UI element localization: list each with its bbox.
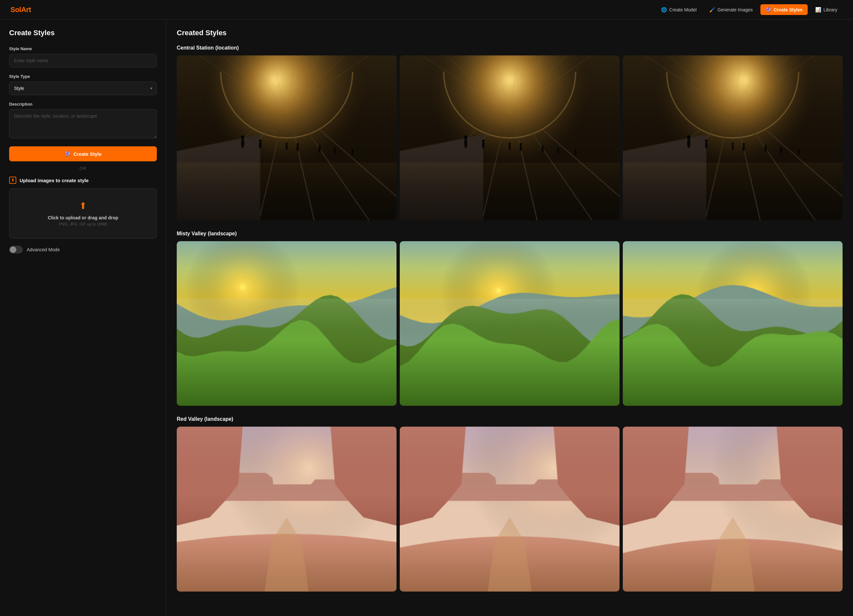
upload-text: Click to upload or drag and drop	[16, 215, 150, 220]
style-name-input[interactable]	[9, 54, 157, 68]
nav-library[interactable]: 📊 Library	[810, 4, 842, 15]
upload-dropzone[interactable]: ⬆ Click to upload or drag and drop PNG, …	[9, 188, 157, 239]
central-station-img-2	[400, 55, 619, 220]
nav-items: 🌐 Create Model 🖌️ Generate Images 🔮 Crea…	[656, 4, 842, 15]
style-name-label: Style Name	[9, 46, 157, 51]
style-type-wrapper: Style Location Landscape Person Object ▾	[9, 82, 157, 95]
app-logo: SolArt	[11, 6, 31, 14]
misty-valley-images	[177, 241, 842, 406]
toggle-thumb	[10, 247, 16, 253]
nav-generate-images[interactable]: 🖌️ Generate Images	[704, 4, 758, 15]
create-model-icon: 🌐	[661, 7, 667, 12]
central-station-title: Central Station (location)	[177, 45, 842, 51]
upload-arrow-icon: ⬆	[16, 200, 150, 211]
right-panel: Created Styles Central Station (location…	[166, 20, 853, 616]
create-style-btn-label: Create Style	[73, 151, 102, 157]
upload-header-icon: ⬆	[9, 177, 16, 184]
description-group: Description	[9, 102, 157, 140]
style-group-central-station: Central Station (location)	[177, 45, 842, 220]
red-valley-images	[177, 427, 842, 592]
create-style-button[interactable]: 🔮 Create Style	[9, 146, 157, 161]
style-group-red-valley: Red Valley (landscape)	[177, 416, 842, 592]
navbar: SolArt 🌐 Create Model 🖌️ Generate Images…	[0, 0, 853, 20]
style-type-select[interactable]: Style Location Landscape Person Object	[9, 82, 157, 95]
misty-valley-title: Misty Valley (landscape)	[177, 231, 842, 237]
left-panel-title: Create Styles	[9, 29, 157, 37]
upload-click-label: Click to upload	[48, 215, 80, 220]
toggle-track[interactable]	[9, 246, 23, 254]
nav-create-model[interactable]: 🌐 Create Model	[656, 4, 702, 15]
create-style-btn-icon: 🔮	[65, 151, 71, 157]
red-valley-title: Red Valley (landscape)	[177, 416, 842, 422]
central-station-images	[177, 55, 842, 220]
create-styles-icon: 🔮	[766, 7, 771, 12]
style-type-group: Style Type Style Location Landscape Pers…	[9, 74, 157, 95]
central-station-img-1	[177, 55, 396, 220]
generate-images-icon: 🖌️	[710, 7, 715, 12]
upload-hint: PNG, JPG, GIF up to 10MB	[16, 222, 150, 227]
main-layout: Create Styles Style Name Style Type Styl…	[0, 20, 853, 616]
right-panel-title: Created Styles	[177, 29, 842, 37]
advanced-mode-label: Advanced Mode	[27, 247, 60, 252]
style-group-misty-valley: Misty Valley (landscape)	[177, 231, 842, 406]
misty-valley-img-1	[177, 241, 396, 406]
description-label: Description	[9, 102, 157, 107]
style-name-group: Style Name	[9, 46, 157, 68]
advanced-mode-toggle[interactable]: Advanced Mode	[9, 246, 157, 254]
red-valley-img-1	[177, 427, 396, 592]
upload-drag-label: or drag and drop	[80, 215, 118, 220]
nav-create-styles[interactable]: 🔮 Create Styles	[760, 4, 807, 15]
left-panel: Create Styles Style Name Style Type Styl…	[0, 20, 166, 616]
misty-valley-img-3	[623, 241, 842, 406]
upload-section-label: Upload images to create style	[20, 178, 89, 183]
description-textarea[interactable]	[9, 109, 157, 139]
red-valley-img-2	[400, 427, 619, 592]
misty-valley-img-2	[400, 241, 619, 406]
style-type-label: Style Type	[9, 74, 157, 79]
red-valley-img-3	[623, 427, 842, 592]
library-icon: 📊	[815, 7, 821, 12]
upload-section-header: ⬆ Upload images to create style	[9, 177, 157, 184]
or-divider: OR	[9, 166, 157, 171]
central-station-img-3	[623, 55, 842, 220]
